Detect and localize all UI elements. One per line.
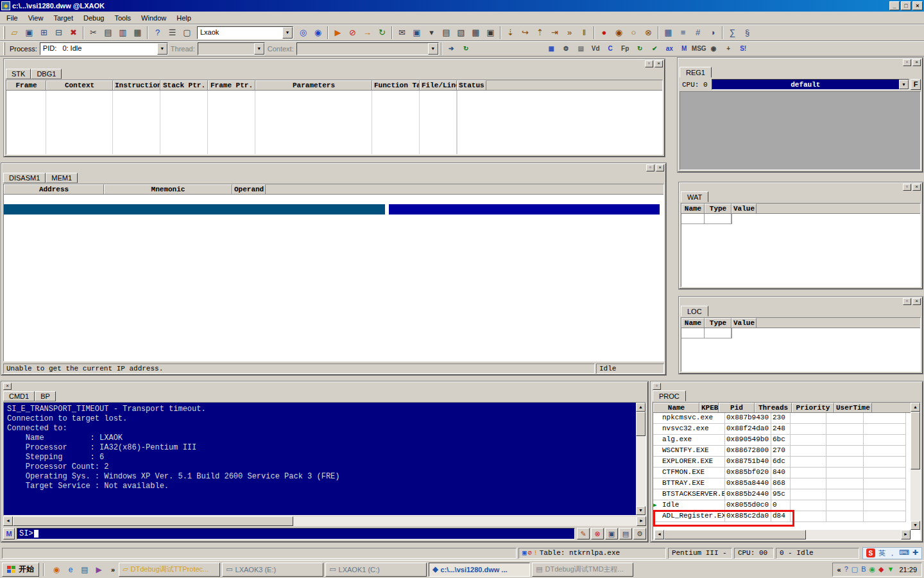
save-output-icon[interactable]: ▣: [605, 528, 618, 539]
edit-window-icon[interactable]: ▤: [619, 528, 632, 539]
column-header[interactable]: Type: [705, 318, 732, 328]
scroll-down-icon[interactable]: ▼: [636, 506, 646, 515]
menu-item[interactable]: Target: [48, 12, 78, 24]
fp-icon[interactable]: Fp: [618, 42, 633, 56]
column-header[interactable]: KPEB: [699, 403, 719, 412]
trace-into-icon[interactable]: »: [562, 26, 577, 40]
c-icon[interactable]: C: [603, 42, 618, 56]
console-output[interactable]: SI_E_TRANSPORT_TIMEOUT - Transport timeo…: [3, 402, 646, 516]
pane-restore-button[interactable]: ▫: [903, 184, 911, 191]
show-desktop-icon[interactable]: ▤: [78, 563, 91, 576]
context-combo[interactable]: ▼: [296, 42, 439, 55]
column-header[interactable]: Name: [681, 204, 705, 213]
breakpoint-disable-icon[interactable]: ○: [626, 26, 641, 40]
scroll-left-icon[interactable]: ◄: [654, 530, 664, 539]
table-view-icon[interactable]: ▦: [544, 42, 559, 56]
history-icon[interactable]: ✎: [577, 528, 590, 539]
bluetooth-tray-icon[interactable]: B: [861, 565, 866, 574]
export-icon[interactable]: ⊟: [51, 26, 66, 40]
vd-icon[interactable]: Vd: [588, 42, 603, 56]
ax-icon[interactable]: ax: [662, 42, 677, 56]
column-header[interactable]: Frame: [6, 80, 46, 90]
menu-item[interactable]: Debug: [78, 12, 109, 24]
minimize-button[interactable]: _: [889, 1, 900, 10]
security-tray-icon[interactable]: ◆: [878, 565, 884, 574]
scrollbar-track[interactable]: [636, 412, 646, 506]
modules-icon[interactable]: ∑: [725, 26, 740, 40]
column-header[interactable]: File/Line No: [420, 80, 457, 90]
notes-icon[interactable]: ☰: [165, 26, 180, 40]
taskbar-button[interactable]: ▭ LXAOK1 (C:): [325, 563, 427, 577]
scroll-up-icon[interactable]: ▲: [636, 403, 646, 412]
page-setup-icon[interactable]: ▤: [574, 42, 588, 56]
menu-item[interactable]: Tools: [109, 12, 136, 24]
command-input[interactable]: SI>: [17, 528, 575, 539]
ADL_Register.EX[interactable]: ADL_Register.EX 0x885c2da0 d84: [653, 511, 911, 522]
tab[interactable]: DISASM1: [3, 173, 46, 183]
chevron-down-icon[interactable]: ▼: [157, 43, 167, 55]
pane-close-button[interactable]: ×: [656, 164, 664, 171]
locals-table-row[interactable]: [681, 328, 920, 338]
pause-icon[interactable]: ‖: [577, 26, 592, 40]
pane-dock-button[interactable]: ▫: [653, 383, 661, 390]
column-header[interactable]: Name: [653, 403, 699, 412]
CTFMON.EXE[interactable]: CTFMON.EXE 0x885bf020 840: [653, 468, 911, 478]
tab[interactable]: WAT: [681, 191, 708, 202]
ie-icon[interactable]: e: [64, 563, 77, 576]
column-header[interactable]: Pid: [719, 403, 755, 412]
tile-windows-icon[interactable]: ▤: [439, 26, 454, 40]
apply-context-icon[interactable]: ➔: [444, 42, 459, 56]
thread-combo[interactable]: ▼: [198, 42, 265, 55]
register-window-icon[interactable]: #: [690, 26, 705, 40]
stack-table-body[interactable]: [6, 91, 662, 154]
column-header[interactable]: Frame Ptr.: [208, 80, 255, 90]
memory-window-icon[interactable]: ▦: [661, 26, 676, 40]
breakpoint-clear-icon[interactable]: ⊗: [641, 26, 656, 40]
pane-restore-button[interactable]: ▫: [903, 59, 911, 66]
media-player-icon[interactable]: ▶: [92, 563, 105, 576]
toolbar-grip[interactable]: [3, 42, 5, 55]
WSCNTFY.EXE[interactable]: WSCNTFY.EXE 0x88672800 270: [653, 446, 911, 457]
watch-window-icon[interactable]: ◑: [705, 26, 720, 40]
taskbar-button[interactable]: ▱ DTdebug调试TTProtec...: [119, 563, 220, 577]
register-set-combo[interactable]: default ▼: [712, 79, 909, 90]
toolbar-grip[interactable]: [3, 26, 5, 39]
target-combo[interactable]: Lxaok ▼: [197, 26, 293, 39]
help-tray-icon[interactable]: ?: [844, 565, 848, 574]
column-header[interactable]: Address: [4, 184, 104, 194]
ime-punct-icon[interactable]: ，: [889, 548, 896, 558]
step-out-icon[interactable]: ⇡: [533, 26, 547, 40]
ime-tools-icon[interactable]: ✚: [912, 548, 918, 558]
scrollbar-thumb[interactable]: [636, 412, 646, 436]
tab[interactable]: BP: [35, 391, 56, 401]
BTTRAY.EXE[interactable]: BTTRAY.EXE 0x885a8440 868: [653, 478, 911, 489]
scrollbar-thumb[interactable]: [911, 412, 920, 469]
quick-launch-overflow-chevron[interactable]: »: [109, 566, 117, 574]
column-header[interactable]: Value: [732, 204, 757, 213]
taskbar-button[interactable]: ▭ LXAOK3 (E:): [222, 563, 323, 577]
remote-monitor-icon[interactable]: ▣: [409, 26, 424, 40]
maximize-button[interactable]: □: [901, 1, 911, 10]
Idle[interactable]: Idle 0x8055d0c0 0: [653, 500, 911, 511]
scrollbar-track[interactable]: [911, 412, 920, 521]
tab[interactable]: CMD1: [3, 391, 35, 401]
column-header[interactable]: Stack Ptr.: [160, 80, 208, 90]
stack-window-icon[interactable]: ≡: [676, 26, 690, 40]
close-button[interactable]: ×: [912, 1, 923, 10]
EXPLORER.EXE[interactable]: EXPLORER.EXE 0x88751b40 6dc: [653, 457, 911, 468]
symbols-icon[interactable]: §: [740, 26, 755, 40]
process-combo[interactable]: PID: 0: Idle ▼: [40, 42, 168, 55]
tab[interactable]: MEM1: [46, 173, 78, 183]
scrollbar-track[interactable]: [664, 530, 901, 539]
scrollbar-track[interactable]: [13, 516, 637, 526]
scrollbar-thumb[interactable]: [13, 516, 293, 526]
pane-close-button[interactable]: ×: [912, 298, 921, 305]
menu-item[interactable]: View: [23, 12, 49, 24]
pane-close-button[interactable]: ×: [654, 60, 663, 67]
save-all-icon[interactable]: ⊞: [37, 26, 51, 40]
taskbar-button[interactable]: ◆ c:\...\vsi1280.dww ...: [429, 563, 530, 577]
tab[interactable]: REG1: [680, 67, 712, 78]
sync-icon[interactable]: ↻: [633, 42, 647, 56]
breakpoint-enable-icon[interactable]: ◉: [612, 26, 626, 40]
process-horizontal-scrollbar[interactable]: ◄ ►: [654, 530, 911, 539]
